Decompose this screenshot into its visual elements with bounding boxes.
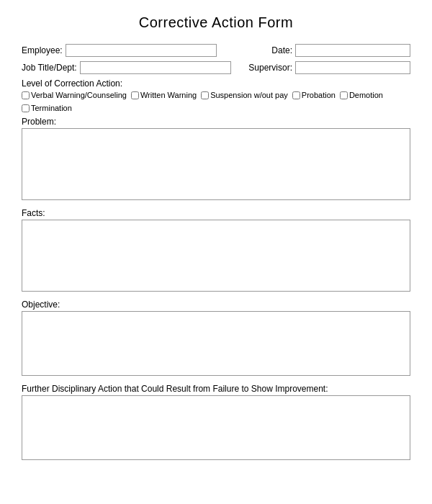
employee-label: Employee: [22,45,63,55]
checkbox-termination-input[interactable] [22,104,30,112]
checkbox-probation-label: Probation [302,91,336,99]
further-textarea[interactable] [22,395,410,460]
checkbox-written-label: Written Warning [140,91,197,99]
problem-label: Problem: [22,117,410,127]
checkbox-probation[interactable]: Probation [292,91,336,99]
checkbox-termination-label: Termination [31,104,72,112]
facts-textarea[interactable] [22,220,410,292]
objective-textarea[interactable] [22,311,410,376]
supervisor-input[interactable] [295,61,410,74]
facts-label: Facts: [22,208,410,218]
further-label: Further Disciplinary Action that Could R… [22,384,410,394]
checkbox-written[interactable]: Written Warning [131,91,197,99]
level-title: Level of Correction Action: [22,78,410,89]
jobtitle-input[interactable] [80,61,231,74]
checkbox-demotion-label: Demotion [349,91,383,99]
date-input[interactable] [295,44,410,57]
employee-input[interactable] [66,44,217,57]
supervisor-label: Supervisor: [248,63,292,73]
checkbox-verbal-label: Verbal Warning/Counseling [31,91,127,99]
checkbox-probation-input[interactable] [292,91,300,99]
checkbox-termination[interactable]: Termination [22,104,72,112]
checkbox-suspension[interactable]: Suspension w/out pay [201,91,288,99]
form-title: Corrective Action Form [22,14,410,31]
checkbox-demotion-input[interactable] [340,91,348,99]
problem-textarea[interactable] [22,128,410,200]
checkbox-demotion[interactable]: Demotion [340,91,383,99]
jobtitle-label: Job Title/Dept: [22,63,77,73]
checkbox-verbal-input[interactable] [22,91,30,99]
checkbox-suspension-label: Suspension w/out pay [210,91,288,99]
objective-label: Objective: [22,300,410,310]
date-label: Date: [271,45,292,55]
checkbox-written-input[interactable] [131,91,139,99]
checkbox-verbal[interactable]: Verbal Warning/Counseling [22,91,127,99]
checkbox-suspension-input[interactable] [201,91,209,99]
